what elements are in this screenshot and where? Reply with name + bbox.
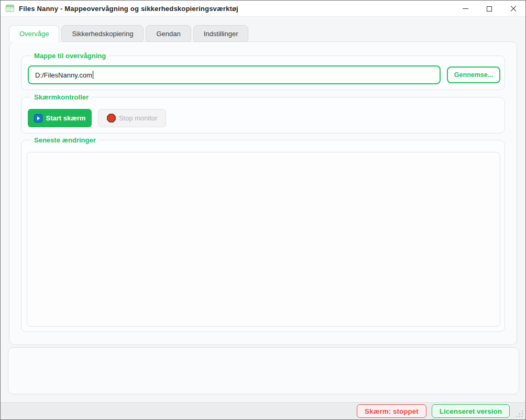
monitor-status-badge: Skærm: stoppet [357, 404, 426, 418]
tab-overvaage[interactable]: Overvåge [9, 25, 59, 42]
resize-grip[interactable] [516, 410, 523, 417]
monitor-folder-input[interactable]: D:/FilesNanny.com [28, 65, 441, 84]
monitor-folder-group: Mappe til overvågning D:/FilesNanny.com … [21, 56, 505, 90]
monitor-folder-legend: Mappe til overvågning [31, 51, 109, 60]
tab-gendan[interactable]: Gendan [146, 25, 191, 42]
recent-changes-list[interactable] [27, 152, 500, 327]
maximize-icon [487, 6, 492, 12]
recent-changes-legend: Seneste ændringer [31, 136, 99, 145]
monitor-controls-group: Skærmkontroller Start skærm Stop monitor [21, 97, 505, 134]
log-panel [8, 347, 519, 394]
window-title: Files Nanny - Mappeovervågning og sikker… [19, 5, 238, 13]
close-button[interactable] [501, 1, 525, 17]
minimize-button[interactable] [453, 1, 477, 17]
license-status-badge: Licenseret version [432, 404, 510, 418]
maximize-button[interactable] [477, 1, 501, 17]
browse-button[interactable]: Gennemse... [447, 67, 500, 83]
app-window: Files Nanny - Mappeovervågning og sikker… [0, 0, 526, 420]
tab-sikkerhedskopiering[interactable]: Sikkerhedskopiering [61, 25, 144, 42]
title-bar: Files Nanny - Mappeovervågning og sikker… [1, 1, 525, 17]
monitor-controls-legend: Skærmkontroller [31, 93, 92, 102]
stop-monitor-label: Stop monitor [119, 114, 158, 122]
tab-bar: Overvåge Sikkerhedskopiering Gendan Inds… [9, 25, 248, 42]
play-icon [34, 114, 42, 123]
tab-indstillinger[interactable]: Indstillinger [193, 25, 249, 42]
monitor-folder-input-value: D:/FilesNanny.com [35, 71, 92, 79]
monitor-tab-pane: Mappe til overvågning D:/FilesNanny.com … [9, 41, 517, 345]
minimize-icon [463, 8, 468, 9]
recent-changes-group: Seneste ændringer [21, 140, 505, 332]
start-monitor-label: Start skærm [46, 114, 86, 122]
stop-monitor-button[interactable]: Stop monitor [98, 109, 166, 127]
start-monitor-button[interactable]: Start skærm [28, 109, 92, 127]
text-caret [93, 71, 93, 79]
window-controls [453, 1, 525, 17]
app-icon [6, 4, 14, 13]
status-bar: Skærm: stoppet Licenseret version [1, 402, 525, 419]
stop-sign-icon [107, 114, 116, 123]
close-icon [510, 6, 517, 12]
